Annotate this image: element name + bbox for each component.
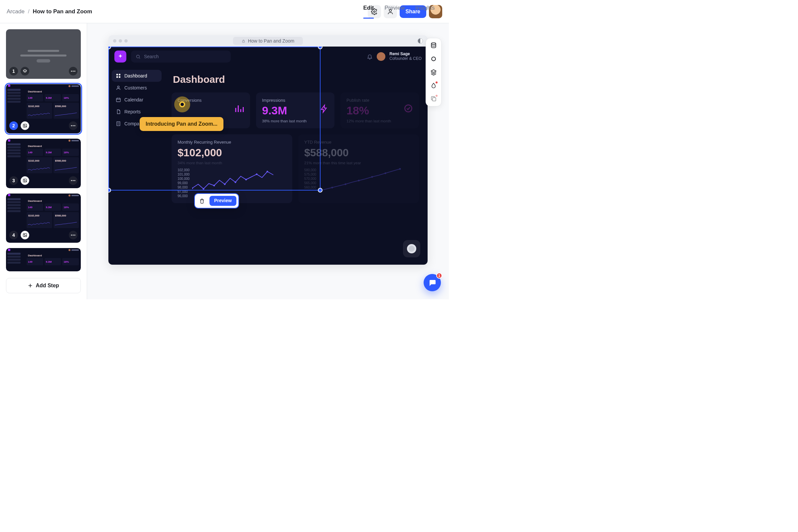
traffic-lights-icon (113, 39, 128, 42)
breadcrumb: Arcade / How to Pan and Zoom (7, 8, 92, 15)
tab-edit[interactable]: Edit (363, 5, 374, 19)
svg-point-47 (399, 168, 401, 170)
svg-point-3 (73, 71, 74, 72)
status-dot (435, 94, 438, 97)
svg-rect-15 (23, 234, 27, 237)
svg-point-20 (431, 43, 436, 44)
tab-preview[interactable]: Preview (385, 5, 405, 19)
step-card-cover[interactable]: 1 (6, 29, 81, 79)
hotspot-tool[interactable] (430, 55, 438, 63)
resize-handle-br[interactable] (318, 188, 323, 192)
callout-text: Introducing Pan and Zoom... (146, 121, 217, 127)
delete-button[interactable] (197, 196, 207, 206)
step-card[interactable]: Dashboard 149 9.3M 18% $102,000 $588,000… (6, 139, 81, 188)
svg-point-21 (432, 57, 436, 61)
svg-point-8 (73, 125, 74, 126)
svg-point-4 (74, 71, 75, 72)
selection-toolbar: Preview (194, 193, 239, 208)
svg-point-42 (331, 187, 333, 189)
browser-chrome: How to Pan and Zoom (108, 35, 428, 46)
canvas[interactable]: How to Pan and Zoom Search (87, 23, 449, 299)
svg-point-18 (73, 235, 74, 236)
step-card[interactable]: Dashboard 149 9.3M 18% (6, 248, 81, 271)
svg-point-17 (71, 235, 72, 236)
copy-tool[interactable] (430, 95, 438, 103)
svg-point-16 (24, 234, 25, 235)
preview-button[interactable]: Preview (209, 196, 236, 206)
contrast-icon[interactable] (418, 38, 423, 43)
browser-frame: How to Pan and Zoom Search (108, 35, 428, 265)
layers-tool[interactable] (430, 68, 438, 76)
svg-rect-10 (23, 179, 27, 182)
chat-badge: 1 (436, 273, 442, 279)
user-avatar (377, 52, 385, 61)
svg-rect-23 (242, 41, 244, 42)
step-number: 1 (9, 67, 18, 75)
record-icon (407, 244, 416, 253)
lock-icon (242, 39, 245, 43)
mode-tabs: Edit Preview Insights (363, 5, 435, 19)
svg-point-6 (24, 125, 25, 126)
breadcrumb-app[interactable]: Arcade (7, 8, 25, 15)
user-menu[interactable]: Remi Sage Cofounder & CEO (367, 52, 422, 61)
metric-publish-rate: Publish rate 18% 12% more than last mont… (341, 92, 419, 128)
step-number: 3 (9, 176, 18, 185)
svg-point-2 (71, 71, 72, 72)
steps-panel: 1 Dashboard 149 9.3M 18% (0, 23, 87, 299)
topbar: Arcade / How to Pan and Zoom Edit Previe… (0, 0, 449, 23)
svg-rect-5 (23, 125, 27, 127)
status-dot (435, 81, 438, 84)
svg-point-11 (24, 179, 25, 180)
bolt-icon (320, 104, 328, 114)
url-bar[interactable]: How to Pan and Zoom (233, 37, 303, 45)
layers-icon[interactable] (21, 67, 29, 75)
step-menu-button[interactable] (69, 121, 77, 130)
chat-fab[interactable]: 1 (424, 274, 441, 291)
canvas-toolbar (425, 38, 441, 107)
step-card[interactable]: Dashboard 149 9.3M 18% $102,000 $588,000… (6, 193, 81, 243)
hotspot[interactable] (174, 96, 190, 112)
main: 1 Dashboard 149 9.3M 18% (0, 23, 449, 299)
step-menu-button[interactable] (69, 176, 77, 185)
trash-icon (199, 198, 205, 204)
svg-point-46 (385, 173, 386, 174)
chat-icon (428, 279, 436, 287)
svg-point-9 (74, 125, 75, 126)
mini-dashboard: Dashboard 149 9.3M 18% (6, 248, 81, 271)
check-circle-icon (404, 104, 413, 113)
plus-icon (27, 283, 33, 288)
breadcrumb-title[interactable]: How to Pan and Zoom (33, 8, 92, 15)
add-step-label: Add Step (36, 283, 59, 289)
svg-point-45 (372, 176, 373, 178)
breadcrumb-slash: / (28, 8, 30, 15)
step-menu-button[interactable] (69, 67, 77, 75)
resize-handle-tl[interactable] (108, 46, 111, 49)
svg-point-13 (73, 180, 74, 181)
blur-tool[interactable] (430, 81, 438, 90)
svg-point-43 (345, 184, 346, 185)
svg-point-7 (71, 125, 72, 126)
record-button[interactable] (403, 240, 420, 258)
svg-point-19 (74, 235, 75, 236)
user-name: Remi Sage (390, 52, 422, 57)
step-card[interactable]: Dashboard 149 9.3M 18% $102,000 $588,000… (6, 84, 81, 134)
database-tool[interactable] (430, 41, 438, 50)
image-icon[interactable] (21, 176, 29, 185)
add-step-button[interactable]: Add Step (6, 278, 81, 293)
image-icon[interactable] (21, 121, 29, 130)
step-menu-button[interactable] (69, 231, 77, 240)
ytd-line-chart (319, 165, 402, 196)
bell-icon[interactable] (367, 54, 373, 59)
svg-point-14 (74, 180, 75, 181)
step-number: 4 (9, 231, 18, 240)
hotspot-ring-icon (179, 101, 185, 108)
callout-tooltip[interactable]: Introducing Pan and Zoom... (140, 117, 224, 131)
tab-insights[interactable]: Insights (415, 5, 435, 19)
svg-point-12 (71, 180, 72, 181)
svg-point-44 (358, 180, 360, 182)
user-role: Cofounder & CEO (390, 57, 422, 61)
step-number: 2 (9, 121, 18, 130)
image-icon[interactable] (21, 231, 29, 240)
embedded-app: Search Remi Sage Cofounder & CEO (108, 46, 428, 265)
url-title: How to Pan and Zoom (248, 38, 294, 43)
